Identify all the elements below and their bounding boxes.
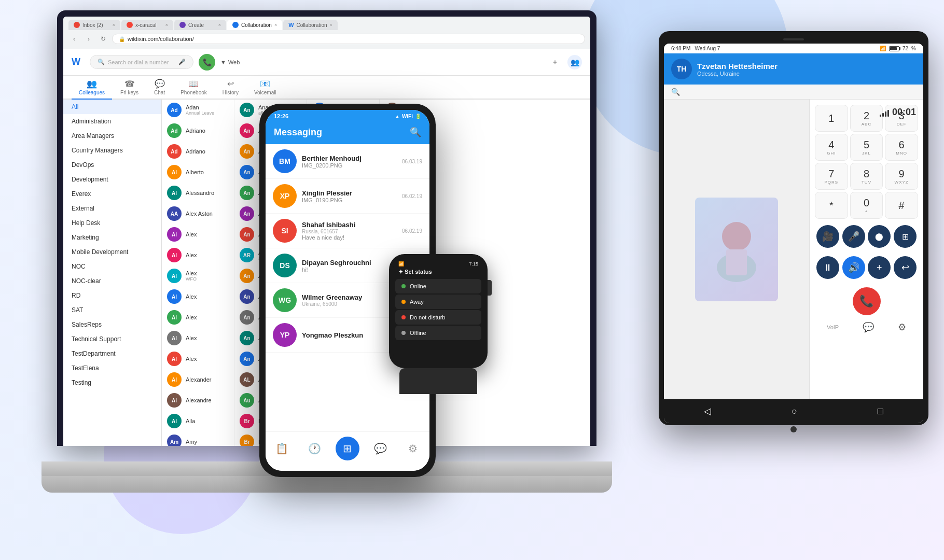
tab-close-collab[interactable]: ×	[274, 22, 277, 27]
tab-colleagues[interactable]: 👥 Colleagues	[72, 76, 112, 100]
mic-icon[interactable]: 🎤	[178, 59, 186, 65]
sidebar-item-testing[interactable]: Testing	[63, 375, 161, 390]
watch-status-offline[interactable]: Offline	[395, 326, 481, 340]
sidebar-item-everex[interactable]: Everex	[63, 187, 161, 201]
sidebar-item-administration[interactable]: Administration	[63, 114, 161, 129]
browser-tab-gmail[interactable]: Inbox (2) ×	[68, 20, 120, 30]
voip-label[interactable]: VoIP	[827, 324, 839, 330]
phone-nav-chat[interactable]: 💬	[368, 437, 392, 460]
colleagues-header-icon[interactable]: 👥	[567, 55, 582, 69]
list-item[interactable]: Al Alex	[162, 307, 234, 328]
dial-key-2[interactable]: 2 ABC	[850, 105, 883, 132]
message-item[interactable]: SI Shahaf Ishibashi Russia, 601657 Have …	[266, 214, 429, 248]
list-item[interactable]: Ad Adan Annual Leave	[162, 100, 234, 120]
sidebar-item-all[interactable]: All	[63, 100, 161, 114]
list-item[interactable]: Al Alexandre	[162, 390, 234, 411]
dial-key-8[interactable]: 8 TUV	[850, 163, 883, 190]
watch-status-away[interactable]: Away	[395, 295, 481, 309]
list-item[interactable]: Al Alessandro	[162, 183, 234, 203]
refresh-button[interactable]: ↻	[98, 33, 109, 45]
browser-tab-collab2[interactable]: W Collaboration ×	[283, 20, 338, 30]
video-button[interactable]: 🎥	[816, 225, 839, 248]
phone-nav-history[interactable]: 🕐	[303, 437, 327, 460]
hold-button[interactable]: ⏸	[816, 256, 839, 279]
tab-close-gmail[interactable]: ×	[113, 22, 115, 27]
list-item[interactable]: Al Alla	[162, 411, 234, 431]
record-button[interactable]: ⬤	[868, 225, 891, 248]
tab-history[interactable]: ↩ History	[215, 76, 246, 100]
sidebar-item-marketing[interactable]: Marketing	[63, 230, 161, 245]
phone-nav-dialpad[interactable]: ⊞	[336, 437, 359, 460]
list-item[interactable]: Al Alex	[162, 224, 234, 245]
sidebar-item-salesreps[interactable]: SalesReps	[63, 317, 161, 332]
url-bar[interactable]: 🔒 wildixin.com/collaboration/	[112, 34, 585, 44]
sidebar-item-rd[interactable]: RD	[63, 288, 161, 303]
tablet-settings-button[interactable]: ⚙	[898, 321, 906, 333]
forward-button[interactable]: ›	[83, 33, 94, 45]
message-item[interactable]: BM Berthier Menhoudj IMG_0200.PNG 06.03.…	[266, 144, 429, 179]
sidebar-item-external[interactable]: External	[63, 201, 161, 216]
tablet-recents-icon[interactable]: □	[872, 404, 889, 419]
list-item[interactable]: Am Amy	[162, 431, 234, 446]
dial-key-9[interactable]: 9 WXYZ	[885, 163, 918, 190]
dial-key-1[interactable]: 1	[815, 105, 848, 132]
dial-key-star[interactable]: *	[815, 192, 848, 219]
tab-voicemail[interactable]: 📧 Voicemail	[247, 76, 284, 100]
tab-phonebook[interactable]: 📖 Phonebook	[173, 76, 214, 100]
call-button[interactable]: 📞	[199, 54, 215, 71]
dial-key-4[interactable]: 4 GHI	[815, 134, 848, 161]
list-item[interactable]: Ad Adriano	[162, 120, 234, 141]
speaker-button[interactable]: 🔊	[842, 256, 865, 279]
sidebar-item-area-managers[interactable]: Area Managers	[63, 129, 161, 143]
sidebar-item-development[interactable]: Development	[63, 172, 161, 187]
tablet-dialpad-button[interactable]: ⊞	[894, 225, 917, 248]
phone-search-icon[interactable]: 🔍	[410, 127, 421, 138]
sidebar-item-noc[interactable]: NOC	[63, 259, 161, 274]
back-button[interactable]: ‹	[68, 33, 80, 45]
list-item[interactable]: Al Alberto	[162, 162, 234, 183]
watch-status-online[interactable]: Online	[395, 279, 481, 293]
browser-tab-caracal[interactable]: x-caracal ×	[121, 20, 173, 30]
browser-tab-create[interactable]: Create ×	[174, 20, 226, 30]
list-item[interactable]: Al Alex	[162, 245, 234, 265]
tablet-back-icon[interactable]: ◁	[699, 403, 716, 419]
list-item[interactable]: Ad Adriano	[162, 141, 234, 162]
end-call-button[interactable]: 📞	[853, 287, 881, 315]
tab-close-create[interactable]: ×	[218, 22, 221, 27]
list-item[interactable]: Al Alex WFO	[162, 265, 234, 286]
app-search-bar[interactable]: 🔍 Search or dial a number 🎤	[90, 55, 193, 69]
transfer-button[interactable]: ↩	[894, 256, 917, 279]
dial-key-0[interactable]: 0 +	[850, 192, 883, 219]
sidebar-item-sat[interactable]: SAT	[63, 303, 161, 317]
sidebar-item-test-elena[interactable]: TestElena	[63, 361, 161, 375]
list-item[interactable]: Al Alex	[162, 348, 234, 369]
mute-button[interactable]: 🎤	[842, 225, 865, 248]
dial-key-hash[interactable]: #	[885, 192, 918, 219]
watch-status-dnd[interactable]: Do not disturb	[395, 310, 481, 325]
web-dropdown-icon[interactable]: ▼	[220, 59, 226, 65]
sidebar-item-noc-clear[interactable]: NOC-clear	[63, 274, 161, 288]
sidebar-item-test-dept[interactable]: TestDepartment	[63, 346, 161, 361]
tab-close-collab2[interactable]: ×	[330, 22, 332, 27]
tablet-home-icon[interactable]: ○	[786, 404, 802, 419]
list-item[interactable]: Al Alexander	[162, 369, 234, 390]
add-call-button[interactable]: +	[868, 256, 891, 279]
tab-chat[interactable]: 💬 Chat	[147, 76, 172, 100]
list-item[interactable]: AA Alex Aston	[162, 203, 234, 224]
tab-close-caracal[interactable]: ×	[165, 22, 168, 27]
sidebar-item-devops[interactable]: DevOps	[63, 158, 161, 172]
dial-key-6[interactable]: 6 MNO	[885, 134, 918, 161]
list-item[interactable]: Al Alex	[162, 328, 234, 348]
sidebar-item-help-desk[interactable]: Help Desk	[63, 216, 161, 230]
browser-tab-collab-active[interactable]: Collaboration ×	[227, 20, 282, 30]
sidebar-item-mobile-dev[interactable]: Mobile Development	[63, 245, 161, 259]
plus-button[interactable]: ＋	[548, 55, 562, 69]
tablet-chat-button[interactable]: 💬	[863, 321, 874, 333]
dial-key-7[interactable]: 7 PQRS	[815, 163, 848, 190]
phone-nav-settings[interactable]: ⚙	[401, 437, 425, 460]
sidebar-item-technical-support[interactable]: Technical Support	[63, 332, 161, 346]
message-item[interactable]: XP Xinglin Plessier IMG_0190.PNG 06.02.1…	[266, 179, 429, 214]
sidebar-item-country-managers[interactable]: Country Managers	[63, 143, 161, 158]
dial-key-5[interactable]: 5 JKL	[850, 134, 883, 161]
tab-fri-keys[interactable]: ☎ Fri keys	[113, 76, 146, 100]
